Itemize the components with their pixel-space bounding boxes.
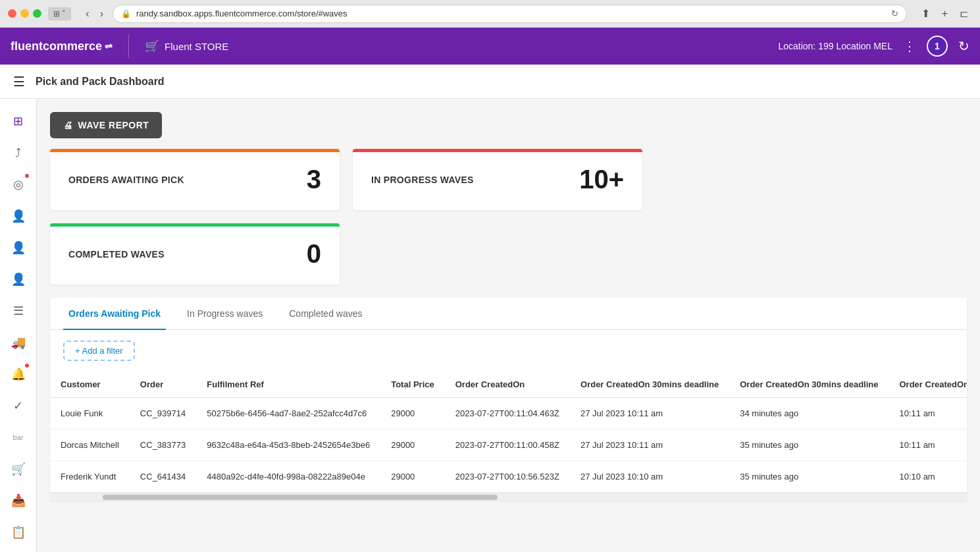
cell-customer: Dorcas Mitchell [50, 429, 130, 461]
more-options-button[interactable]: ⋮ [903, 38, 916, 54]
wave-report-button[interactable]: 🖨 WAVE REPORT [50, 112, 162, 138]
user-circle-icon: ◎ [13, 177, 24, 192]
cell-order_created_30min2: 35 minutes ago [729, 461, 889, 493]
sidebar-item-list2[interactable]: 📋 [4, 518, 33, 547]
hamburger-menu-button[interactable]: ☰ [13, 74, 25, 90]
sidebar-item-bar-label: bar [4, 423, 33, 452]
new-tab-button[interactable]: + [938, 6, 952, 21]
sidebar-badge [24, 173, 30, 179]
table-row: Dorcas MitchellCC_3837739632c48a-e64a-45… [50, 429, 967, 461]
user-badge[interactable]: 1 [927, 36, 948, 57]
main-layout: ⊞ ⤴ ◎ 👤 👤 👤 ☰ 🚚 🔔 ✓ b [0, 99, 980, 552]
cell-order_created_date: 10:11 am [889, 398, 967, 429]
sidebar-item-check[interactable]: ✓ [4, 391, 33, 420]
cell-fulfilment_ref: 9632c48a-e64a-45d3-8beb-2452654e3be6 [196, 429, 380, 461]
col-customer: Customer [50, 372, 130, 398]
sidebar-item-inbox[interactable]: 📥 [4, 486, 33, 515]
completed-waves-card: COMPLETED WAVES 0 [50, 223, 340, 285]
completed-waves-value: 0 [307, 239, 321, 269]
cell-customer: Louie Funk [50, 398, 130, 429]
list-icon: ☰ [13, 304, 24, 318]
table-row: Louie FunkCC_93971450275b6e-6456-4ad7-8a… [50, 398, 967, 429]
reload-icon[interactable]: ↻ [891, 9, 898, 18]
notification-badge [24, 362, 30, 369]
cell-customer: Frederik Yundt [50, 461, 130, 493]
col-fulfilment-ref: Fulfilment Ref [196, 372, 380, 398]
share-button[interactable]: ⬆ [917, 6, 934, 21]
cell-order: CC_641434 [130, 461, 196, 493]
location-text: Location: 199 Location MEL [778, 41, 892, 51]
window-layout-button[interactable]: ⊞ ˅ [48, 7, 71, 20]
minimize-traffic-light[interactable] [20, 9, 29, 18]
sidebar-item-person3[interactable]: 👤 [4, 265, 33, 294]
sidebar-item-person2[interactable]: 👤 [4, 233, 33, 262]
store-label: Fluent STORE [165, 41, 228, 52]
cell-total_price: 29000 [380, 461, 445, 493]
app-header: fluentcommerce ⇌ 🛒 Fluent STORE Location… [0, 28, 980, 65]
tab-completed-waves[interactable]: Completed waves [284, 298, 367, 329]
orders-up-icon: ⤴ [15, 146, 21, 160]
cell-fulfilment_ref: 4480a92c-d4fe-40fd-998a-08222a89e04e [196, 461, 380, 493]
forward-button[interactable]: › [96, 7, 107, 21]
browser-actions: ⬆ + ⊏ [917, 6, 972, 21]
cell-order_created_30min: 27 Jul 2023 10:11 am [570, 398, 729, 429]
sidebar-item-list[interactable]: ☰ [4, 296, 33, 325]
logo-arrow-icon: ⇌ [105, 41, 113, 51]
person-icon: 👤 [11, 209, 26, 223]
sidebar-item-orders-up[interactable]: ⤴ [4, 138, 33, 167]
cell-order_created_on: 2023-07-27T00:11:04.463Z [445, 398, 570, 429]
add-filter-button[interactable]: + Add a filter [63, 341, 135, 361]
cell-order_created_on: 2023-07-27T00:10:56.523Z [445, 461, 570, 493]
cell-order_created_date: 10:11 am [889, 429, 967, 461]
browser-chrome: ⊞ ˅ ‹ › 🔒 randy.sandbox.apps.fluentcomme… [0, 0, 980, 28]
browser-navigation: ‹ › [82, 7, 107, 21]
truck-icon: 🚚 [11, 335, 26, 350]
page-title: Pick and Pack Dashboard [36, 76, 165, 88]
tabs-section: Orders Awaiting Pick In Progress waves C… [50, 298, 967, 501]
cell-fulfilment_ref: 50275b6e-6456-4ad7-8ae2-252afcc4d7c6 [196, 398, 380, 429]
refresh-button[interactable]: ↻ [958, 38, 969, 54]
table-body: Louie FunkCC_93971450275b6e-6456-4ad7-8a… [50, 398, 967, 493]
logo-text: fluentcommerce [11, 40, 102, 53]
back-button[interactable]: ‹ [82, 7, 93, 21]
orders-awaiting-value: 3 [307, 165, 321, 194]
close-traffic-light[interactable] [8, 9, 16, 18]
maximize-traffic-light[interactable] [33, 9, 41, 18]
sidebar-toggle-button[interactable]: ⊏ [956, 6, 972, 21]
notification-icon: 🔔 [11, 367, 26, 381]
horizontal-scrollbar[interactable] [50, 493, 967, 501]
check-icon: ✓ [13, 399, 23, 413]
tab-orders-awaiting-pick[interactable]: Orders Awaiting Pick [63, 298, 166, 329]
sidebar: ⊞ ⤴ ◎ 👤 👤 👤 ☰ 🚚 🔔 ✓ b [0, 99, 37, 552]
sidebar-item-person1[interactable]: 👤 [4, 202, 33, 231]
sidebar-item-notification[interactable]: 🔔 [4, 360, 33, 389]
col-order-created-on: Order CreatedOn [445, 372, 570, 398]
cell-order_created_30min: 27 Jul 2023 10:10 am [570, 461, 729, 493]
person2-icon: 👤 [11, 240, 26, 255]
add-filter-label: + Add a filter [75, 346, 123, 356]
sidebar-item-list3[interactable]: 📋 [4, 549, 33, 552]
orders-awaiting-card: ORDERS AWAITING PICK 3 [50, 149, 340, 210]
col-order-created-date: Order CreatedOn date [889, 372, 967, 398]
address-bar[interactable]: 🔒 randy.sandbox.apps.fluentcommerce.com/… [113, 5, 907, 23]
cell-order_created_30min: 27 Jul 2023 10:11 am [570, 429, 729, 461]
sidebar-item-home[interactable]: ⊞ [4, 107, 33, 136]
scrollbar-thumb[interactable] [103, 495, 498, 500]
sub-header: ☰ Pick and Pack Dashboard [0, 65, 980, 99]
stats-row-bottom: COMPLETED WAVES 0 [50, 223, 967, 285]
traffic-lights [8, 9, 41, 18]
col-order-created-30min: Order CreatedOn 30mins deadline [570, 372, 729, 398]
sidebar-item-user-circle[interactable]: ◎ [4, 170, 33, 199]
tab-in-progress-waves[interactable]: In Progress waves [182, 298, 268, 329]
header-right: Location: 199 Location MEL ⋮ 1 ↻ [778, 36, 969, 57]
sidebar-item-cart[interactable]: 🛒 [4, 455, 33, 483]
url-text: randy.sandbox.apps.fluentcommerce.com/st… [136, 9, 348, 18]
sidebar-item-truck[interactable]: 🚚 [4, 328, 33, 357]
cell-order_created_30min2: 35 minutes ago [729, 429, 889, 461]
header-divider [128, 34, 129, 58]
in-progress-value: 10+ [579, 165, 624, 194]
brand-logo: fluentcommerce ⇌ [11, 40, 113, 53]
in-progress-card: IN PROGRESS WAVES 10+ [353, 149, 642, 210]
list2-icon: 📋 [11, 525, 26, 539]
content-area: 🖨 WAVE REPORT ORDERS AWAITING PICK 3 IN … [37, 99, 980, 552]
